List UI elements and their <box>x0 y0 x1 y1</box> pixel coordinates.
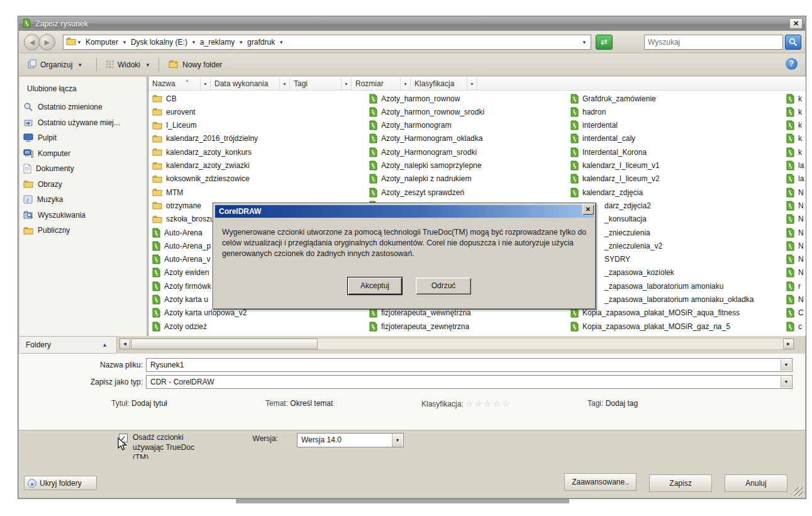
file-item[interactable]: _zapasowa_laboratorium amoniaku <box>604 279 723 293</box>
file-item[interactable]: Auto-Arena_v <box>152 253 210 266</box>
column-filter-dropdown-icon[interactable]: ▼ <box>200 77 210 91</box>
file-item[interactable]: N <box>786 239 804 252</box>
breadcrumb-segment-komputer[interactable]: Komputer <box>82 38 121 47</box>
file-item[interactable]: _znieczulenia <box>604 226 650 239</box>
column-header-data-wykonania[interactable]: Data wykonania▼ <box>211 77 290 91</box>
file-item[interactable]: Azoty karta u <box>152 293 208 306</box>
back-button[interactable]: ◄ <box>24 34 40 50</box>
search-button[interactable] <box>785 35 801 50</box>
file-item[interactable]: C <box>786 306 804 320</box>
file-item[interactable]: c <box>786 320 802 333</box>
sidebar-item[interactable]: Komputer <box>23 147 144 160</box>
file-item[interactable]: kalendarz_I_liceum_v1 <box>570 159 660 172</box>
file-item[interactable]: Azoty_harmon_rownow_srodki <box>369 105 484 118</box>
chevron-down-icon[interactable]: ▼ <box>781 359 791 371</box>
breadcrumb-segment-grafdruk[interactable]: grafdruk <box>244 38 278 47</box>
file-item[interactable]: N <box>786 213 804 226</box>
save-type-select[interactable]: CDR - CorelDRAW ▼ <box>146 375 793 389</box>
file-item[interactable]: Kopia_zapasowa_plakat_MOSiR_gaz_na_5 <box>570 320 730 333</box>
sidebar-item[interactable]: Obrazy <box>23 178 144 191</box>
chevron-down-icon[interactable]: ▼ <box>278 40 284 45</box>
column-header-tagi[interactable]: Tagi▼ <box>290 77 352 91</box>
column-filter-dropdown-icon[interactable]: ▼ <box>467 77 477 91</box>
file-item[interactable]: Azoty_zeszyt sprawdzeń <box>369 186 464 199</box>
file-item[interactable]: k <box>786 105 802 118</box>
file-item[interactable]: Azoty_harmon_rownow <box>369 92 460 105</box>
folder-item[interactable]: kalendarz_azoty_konkurs <box>152 145 252 159</box>
sidebar-item[interactable]: Ostatnio używane miej... <box>23 116 144 129</box>
column-header-rozmiar[interactable]: Rozmiar▼ <box>352 77 411 91</box>
rating-field[interactable]: Klasyfikacja: ☆☆☆☆☆ <box>421 399 511 408</box>
scroll-right-button[interactable]: ► <box>783 339 794 349</box>
file-item[interactable]: Azoty odzież <box>152 320 207 333</box>
chevron-down-icon[interactable]: ▼ <box>781 376 791 388</box>
folder-item[interactable]: kalendarz_azoty_zwiazki <box>152 159 250 172</box>
sidebar-item[interactable]: Dokumenty <box>23 162 144 175</box>
file-item[interactable]: N <box>786 186 804 199</box>
chevron-down-icon[interactable]: ▼ <box>392 434 403 447</box>
file-item[interactable]: Azoty_nalepki samoprzylepne <box>369 159 481 172</box>
rating-stars[interactable]: ☆☆☆☆☆ <box>465 399 511 408</box>
sidebar-item[interactable]: Publiczny <box>23 224 144 237</box>
file-item[interactable]: Azoty firmówk <box>152 279 211 293</box>
resize-grip[interactable] <box>794 487 803 496</box>
file-item[interactable]: kalendarz_I_liceum_v2 <box>570 172 660 186</box>
file-item[interactable]: darz_zdjęcia2 <box>604 199 651 212</box>
version-select[interactable]: Wersja 14.0 ▼ <box>297 433 404 447</box>
column-filter-dropdown-icon[interactable]: ▼ <box>279 77 289 91</box>
folder-item[interactable]: eurovent <box>152 105 196 118</box>
new-folder-button[interactable]: Nowy folder <box>164 57 227 73</box>
column-filter-dropdown-icon[interactable]: ▼ <box>400 77 410 91</box>
address-dropdown-icon[interactable]: ▼ <box>582 40 587 45</box>
chevron-down-icon[interactable]: ▼ <box>191 40 197 45</box>
tags-field[interactable]: Tagi: Dodaj tag <box>587 399 638 408</box>
views-button[interactable]: Widoki▼ <box>101 57 155 73</box>
forward-button[interactable]: ► <box>39 34 55 50</box>
column-header-klasyfikacja[interactable]: Klasyfikacja▼ <box>411 77 477 91</box>
sidebar-item[interactable]: Ostatnio zmienione <box>23 101 144 113</box>
folder-item[interactable]: I_Liceum <box>152 119 197 132</box>
file-item[interactable]: N <box>786 266 804 279</box>
folder-item[interactable]: otrzymane <box>152 199 201 212</box>
file-item[interactable]: _znieczulenia_v2 <box>604 239 662 252</box>
file-item[interactable]: _zapasowa_laboratorium amoniaku_okladka <box>604 293 754 306</box>
file-item[interactable]: Auto-Arena <box>152 226 203 239</box>
folder-item[interactable]: koksownik_zdzieszowice <box>152 172 250 186</box>
accept-button[interactable]: Akceptuj <box>347 277 403 295</box>
horizontal-scrollbar[interactable]: ◄ ► <box>119 338 794 350</box>
file-item[interactable]: Azoty_Harmonogram_okladka <box>369 132 482 145</box>
breadcrumb-segment-a-reklamy[interactable]: a_reklamy <box>197 38 238 47</box>
sidebar-item[interactable]: Pulpit <box>23 132 144 144</box>
sidebar-item[interactable]: ♪Muzyka <box>23 193 144 206</box>
help-button[interactable]: ? <box>786 58 798 70</box>
file-name-input[interactable]: Rysunek1 ▼ <box>146 358 793 372</box>
file-item[interactable]: N <box>786 199 804 212</box>
refresh-button[interactable]: ⇄ <box>596 35 613 50</box>
file-item[interactable]: N <box>786 253 804 266</box>
title-field[interactable]: Tytuł: Dodaj tytuł <box>111 399 167 408</box>
scroll-left-button[interactable]: ◄ <box>120 339 130 349</box>
file-item[interactable]: Azoty_nalepki z nadrukiem <box>369 172 471 186</box>
chevron-down-icon[interactable]: ▼ <box>76 40 82 45</box>
breadcrumb[interactable]: ▼ Komputer ▼ Dysk lokalny (E:) ▼ a_rekla… <box>63 35 591 50</box>
file-item[interactable]: Azoty_harmonogram <box>369 119 451 132</box>
file-item[interactable]: Grafdruk_zamówienie <box>570 92 656 105</box>
file-item[interactable]: k <box>786 132 802 145</box>
breadcrumb-segment-drive[interactable]: Dysk lokalny (E:) <box>128 38 191 47</box>
folder-item[interactable]: MTM <box>152 186 183 199</box>
column-header-nazwa[interactable]: Nazwa▲▼ <box>148 77 211 91</box>
file-item[interactable]: interdental <box>570 119 618 132</box>
folder-item[interactable]: CB <box>152 92 177 105</box>
file-item[interactable]: Azoty ewiden <box>152 266 209 279</box>
scrollbar-thumb[interactable] <box>131 339 318 349</box>
dialog-close-button[interactable]: ✕ <box>582 205 594 215</box>
file-item[interactable]: _zapasowa_koziolek <box>604 266 674 279</box>
save-button[interactable]: Zapisz <box>649 474 712 492</box>
folder-item[interactable]: szkoła_broszu <box>152 213 214 226</box>
search-input[interactable] <box>644 35 783 50</box>
chevron-down-icon[interactable]: ▼ <box>238 40 244 45</box>
file-item[interactable]: N <box>786 293 804 306</box>
file-item[interactable]: N <box>786 226 804 239</box>
file-item[interactable]: la <box>786 172 804 186</box>
chevron-down-icon[interactable]: ▼ <box>121 40 128 45</box>
